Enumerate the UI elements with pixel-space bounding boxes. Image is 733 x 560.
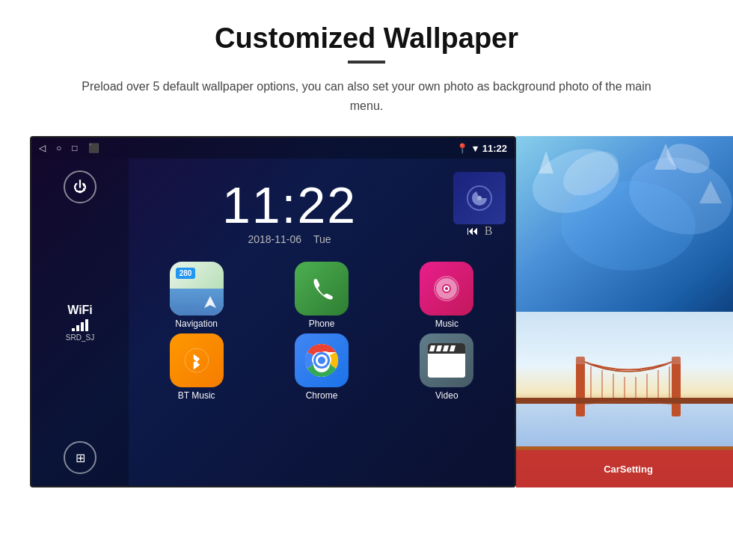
chrome-icon bbox=[295, 333, 349, 387]
app-navigation[interactable]: 280 Navigation bbox=[136, 262, 257, 329]
clock-media-row: 11:22 2018-11-06 Tue bbox=[129, 159, 515, 256]
screen-area: ◁ ○ □ ⬛ 📍 ▾ 11:22 ⏻ WiFi bbox=[30, 136, 703, 487]
clock-day-value: Tue bbox=[313, 233, 331, 245]
wallpaper-city[interactable]: CarSetting bbox=[516, 312, 733, 487]
recents-icon[interactable]: □ bbox=[72, 143, 77, 153]
wifi-icon: ▾ bbox=[473, 143, 478, 154]
navigation-icon: 280 bbox=[170, 262, 224, 316]
bt-music-label: BT Music bbox=[178, 390, 215, 401]
phone-icon bbox=[295, 262, 349, 316]
clapper-bottom bbox=[428, 354, 465, 378]
wifi-bars bbox=[72, 319, 88, 331]
media-album-art bbox=[453, 172, 506, 224]
next-track-icon[interactable]: B bbox=[485, 224, 493, 238]
carsetting-overlay[interactable]: CarSetting bbox=[516, 450, 733, 487]
phone-label: Phone bbox=[309, 319, 335, 329]
app-bt-music[interactable]: BT Music bbox=[136, 333, 257, 401]
app-phone[interactable]: Phone bbox=[261, 262, 381, 329]
status-bar: ◁ ○ □ ⬛ 📍 ▾ 11:22 bbox=[31, 138, 515, 159]
bt-music-icon bbox=[170, 333, 224, 387]
home-icon[interactable]: ○ bbox=[56, 143, 61, 153]
status-indicators: 📍 ▾ 11:22 bbox=[456, 143, 507, 154]
clock-widget: 11:22 2018-11-06 Tue bbox=[138, 164, 441, 253]
power-button[interactable]: ⏻ bbox=[64, 170, 96, 203]
app-chrome[interactable]: Chrome bbox=[261, 333, 381, 401]
main-area: 11:22 2018-11-06 Tue bbox=[129, 159, 515, 486]
wifi-bar-1 bbox=[72, 328, 75, 331]
clapper-stripe-1 bbox=[429, 345, 435, 351]
music-icon bbox=[420, 262, 473, 316]
clock-date-value: 2018-11-06 bbox=[248, 233, 301, 245]
video-icon bbox=[420, 333, 473, 387]
screenshot-icon[interactable]: ⬛ bbox=[88, 143, 99, 153]
svg-rect-23 bbox=[516, 401, 733, 446]
svg-rect-35 bbox=[516, 312, 733, 364]
clapper-stripe-2 bbox=[436, 345, 442, 351]
media-player: ⏮ B bbox=[453, 164, 506, 238]
clapper-board bbox=[428, 343, 465, 378]
wifi-bar-4 bbox=[85, 319, 88, 331]
svg-point-12 bbox=[318, 357, 325, 364]
wifi-ssid: SRD_SJ bbox=[66, 333, 94, 342]
svg-point-2 bbox=[477, 196, 482, 200]
svg-rect-26 bbox=[516, 398, 733, 404]
svg-marker-3 bbox=[204, 296, 216, 308]
carsetting-label: CarSetting bbox=[604, 464, 653, 475]
media-controls: ⏮ B bbox=[467, 224, 493, 238]
video-label: Video bbox=[435, 390, 458, 401]
location-icon: 📍 bbox=[456, 143, 468, 154]
wifi-label: WiFi bbox=[67, 304, 93, 317]
app-music[interactable]: Music bbox=[387, 262, 507, 329]
status-time: 11:22 bbox=[482, 143, 507, 154]
wallpaper-ice[interactable] bbox=[516, 136, 733, 312]
svg-rect-24 bbox=[576, 357, 585, 416]
svg-point-7 bbox=[445, 287, 448, 290]
clapper-stripe-3 bbox=[443, 345, 449, 351]
page-title: Customized Wallpaper bbox=[215, 22, 518, 55]
wifi-bar-3 bbox=[81, 322, 84, 331]
clock-date: 2018-11-06 Tue bbox=[248, 233, 331, 245]
music-label: Music bbox=[435, 319, 458, 329]
wifi-bar-2 bbox=[76, 325, 79, 331]
clapper-top bbox=[428, 343, 465, 354]
svg-rect-25 bbox=[672, 357, 681, 416]
nav-buttons: ◁ ○ □ ⬛ bbox=[39, 143, 99, 153]
wifi-area: WiFi SRD_SJ bbox=[66, 304, 94, 342]
clapper-stripe-4 bbox=[450, 345, 456, 351]
back-icon[interactable]: ◁ bbox=[39, 143, 46, 153]
android-screen: ◁ ○ □ ⬛ 📍 ▾ 11:22 ⏻ WiFi bbox=[30, 136, 516, 487]
nav-badge: 280 bbox=[176, 268, 196, 279]
screen-content: ⏻ WiFi SRD_SJ ⊞ bbox=[31, 159, 515, 486]
page-subtitle: Preload over 5 default wallpaper options… bbox=[75, 77, 658, 115]
wallpaper-previews: CarSetting bbox=[516, 136, 733, 487]
title-divider bbox=[348, 61, 385, 64]
clock-time: 11:22 bbox=[222, 179, 357, 230]
navigation-label: Navigation bbox=[175, 319, 218, 329]
app-video[interactable]: Video bbox=[387, 333, 507, 401]
prev-track-icon[interactable]: ⏮ bbox=[467, 224, 479, 238]
chrome-label: Chrome bbox=[306, 390, 338, 401]
apps-grid-button[interactable]: ⊞ bbox=[64, 441, 96, 474]
apps-grid: 280 Navigation bbox=[129, 256, 515, 407]
sidebar: ⏻ WiFi SRD_SJ ⊞ bbox=[31, 159, 129, 486]
